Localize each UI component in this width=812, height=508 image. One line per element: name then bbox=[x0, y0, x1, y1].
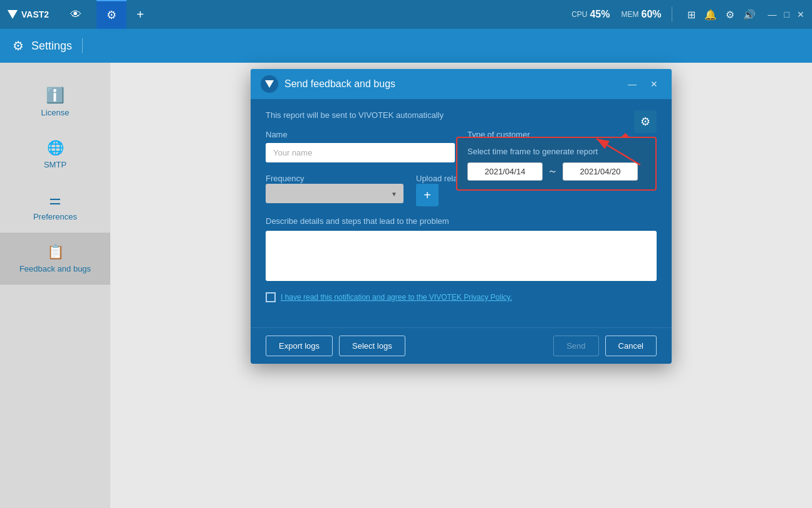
sidebar: ℹ️ License 🌐 SMTP ⚌ Preferences 📋 Feedba… bbox=[0, 63, 110, 508]
preferences-label: Preferences bbox=[33, 212, 77, 221]
gear-settings-icon: ⚙ bbox=[640, 115, 650, 129]
grid-icon[interactable]: ⊞ bbox=[687, 9, 695, 21]
timeframe-popup-arrow bbox=[620, 133, 630, 138]
frequency-col: Frequency Daily Weekly Monthly bbox=[266, 172, 403, 206]
topbar-settings-tab[interactable]: ⚙ bbox=[96, 0, 127, 29]
mem-label: MEM bbox=[622, 10, 639, 19]
sliders-icon: ⚌ bbox=[49, 192, 61, 208]
restore-button[interactable]: □ bbox=[784, 9, 789, 19]
feedback-icon: 📋 bbox=[47, 244, 64, 260]
settings-header-title: Settings bbox=[31, 40, 72, 53]
frequency-select-wrapper: Daily Weekly Monthly bbox=[266, 184, 403, 203]
settings-tab-icon: ⚙ bbox=[107, 8, 117, 22]
modal-close-button[interactable]: ✕ bbox=[647, 78, 662, 90]
name-col: Name bbox=[266, 130, 455, 162]
privacy-row: I have read this notification and agree … bbox=[266, 292, 657, 302]
timeframe-separator: ～ bbox=[548, 165, 558, 178]
timeframe-label: Select time frame to generate report bbox=[467, 147, 645, 156]
frequency-label: Frequency bbox=[266, 174, 304, 183]
app-name: VAST2 bbox=[21, 9, 49, 19]
app-logo: VAST2 bbox=[8, 9, 49, 19]
upload-button[interactable]: + bbox=[416, 184, 439, 206]
license-label: License bbox=[41, 108, 70, 117]
topbar-eye-tab[interactable]: 👁 bbox=[60, 0, 91, 29]
mem-value: 60% bbox=[642, 9, 662, 20]
privacy-text[interactable]: I have read this notification and agree … bbox=[281, 293, 512, 302]
volume-icon[interactable]: 🔊 bbox=[743, 9, 756, 21]
modal-logo bbox=[261, 75, 278, 93]
modal-footer: Export logs Select logs Send Cancel bbox=[251, 327, 672, 364]
cpu-value: 45% bbox=[590, 9, 610, 20]
eye-icon: 👁 bbox=[70, 8, 81, 21]
close-button[interactable]: ✕ bbox=[797, 9, 804, 19]
settings-header-divider bbox=[82, 38, 83, 53]
modal-header: Send feedback and bugs — ✕ bbox=[251, 69, 672, 99]
topbar-divider bbox=[672, 7, 672, 22]
select-logs-button[interactable]: Select logs bbox=[339, 336, 405, 356]
settings-header-icon: ⚙ bbox=[13, 38, 24, 53]
report-note: This report will be sent to VIVOTEK auto… bbox=[266, 110, 657, 120]
sidebar-item-feedback[interactable]: 📋 Feedback and bugs bbox=[0, 233, 110, 285]
feedback-modal: Send feedback and bugs — ✕ This report w… bbox=[251, 69, 672, 364]
timeframe-end-input[interactable] bbox=[563, 162, 638, 181]
cancel-button[interactable]: Cancel bbox=[605, 336, 657, 356]
cpu-label: CPU bbox=[571, 10, 587, 19]
sidebar-item-smtp[interactable]: 🌐 SMTP bbox=[0, 129, 110, 181]
export-logs-button[interactable]: Export logs bbox=[266, 336, 333, 356]
topbar: VAST2 👁 ⚙ + CPU 45% MEM 60% ⊞ 🔔 ⚙ 🔊 — □ … bbox=[0, 0, 812, 29]
smtp-label: SMTP bbox=[44, 160, 66, 169]
globe-icon: 🌐 bbox=[47, 140, 64, 156]
feedback-label: Feedback and bugs bbox=[19, 264, 91, 273]
describe-textarea[interactable] bbox=[266, 231, 657, 281]
topbar-add-tab[interactable]: + bbox=[132, 8, 149, 22]
logo-triangle bbox=[8, 10, 18, 19]
cpu-metric: CPU 45% bbox=[571, 9, 610, 20]
privacy-checkbox[interactable] bbox=[266, 292, 276, 302]
name-label: Name bbox=[266, 130, 455, 139]
info-icon: ℹ️ bbox=[46, 87, 65, 104]
minimize-button[interactable]: — bbox=[768, 9, 777, 19]
topbar-icon-group: ⊞ 🔔 ⚙ 🔊 bbox=[687, 9, 756, 21]
sidebar-item-preferences[interactable]: ⚌ Preferences bbox=[0, 181, 110, 233]
modal-title: Send feedback and bugs bbox=[284, 78, 618, 90]
timeframe-popup: Select time frame to generate report ～ bbox=[456, 137, 657, 191]
name-input[interactable] bbox=[266, 143, 455, 162]
main-layout: ℹ️ License 🌐 SMTP ⚌ Preferences 📋 Feedba… bbox=[0, 63, 812, 508]
window-controls: — □ ✕ bbox=[768, 9, 804, 19]
mem-metric: MEM 60% bbox=[622, 9, 662, 20]
describe-label: Describe details and steps that lead to … bbox=[266, 216, 657, 226]
gear-topbar-icon[interactable]: ⚙ bbox=[726, 9, 734, 21]
bell-icon[interactable]: 🔔 bbox=[704, 9, 717, 21]
settings-header: ⚙ Settings bbox=[0, 29, 812, 63]
sidebar-item-license[interactable]: ℹ️ License bbox=[0, 75, 110, 129]
send-button[interactable]: Send bbox=[553, 336, 598, 356]
modal-logo-triangle bbox=[265, 80, 274, 88]
gear-settings-button[interactable]: ⚙ bbox=[634, 110, 657, 133]
frequency-select[interactable]: Daily Weekly Monthly bbox=[266, 184, 403, 203]
timeframe-start-input[interactable] bbox=[467, 162, 543, 181]
timeframe-dates: ～ bbox=[467, 162, 645, 181]
modal-minimize-button[interactable]: — bbox=[624, 78, 640, 90]
content-area: Send feedback and bugs — ✕ This report w… bbox=[110, 63, 812, 508]
modal-body: This report will be sent to VIVOTEK auto… bbox=[251, 99, 672, 327]
modal-backdrop: Send feedback and bugs — ✕ This report w… bbox=[110, 63, 812, 508]
